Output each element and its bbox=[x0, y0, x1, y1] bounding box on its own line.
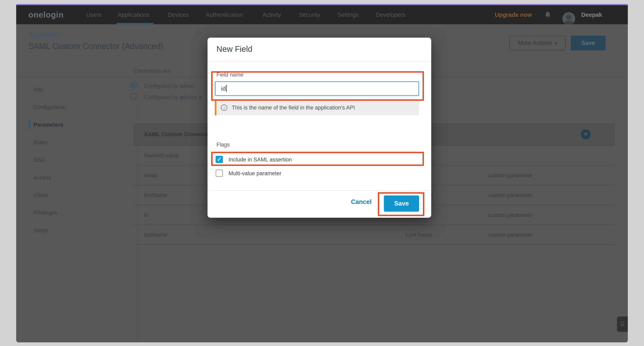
sidebar-item-rules[interactable]: Rules bbox=[16, 134, 121, 151]
nav-item-settings[interactable]: Settings bbox=[337, 5, 358, 24]
more-actions-label: More Actions bbox=[518, 40, 552, 46]
checkbox-include-in-saml-assertion[interactable]: ✓ bbox=[216, 156, 223, 163]
radio-configured-by-admins-and-users[interactable] bbox=[130, 93, 137, 100]
nav-item-developers[interactable]: Developers bbox=[376, 5, 406, 24]
text-cursor bbox=[226, 85, 227, 92]
sidebar-item-label: Access bbox=[34, 175, 51, 181]
lightbulb-icon bbox=[619, 321, 626, 327]
sidebar-item-label: Rules bbox=[34, 139, 48, 146]
modal-footer-divider bbox=[208, 190, 431, 191]
flags-label: Flags bbox=[216, 142, 230, 148]
nav-item-security[interactable]: Security bbox=[299, 5, 320, 24]
info-icon: i bbox=[221, 104, 227, 111]
check-icon: ✓ bbox=[217, 156, 222, 162]
row-value: Last Name bbox=[406, 225, 432, 245]
header-save-button[interactable]: Save bbox=[571, 36, 606, 50]
modal-header-divider bbox=[208, 61, 431, 62]
nav-item-devices[interactable]: Devices bbox=[168, 5, 189, 24]
row-type: custom parameter bbox=[488, 225, 532, 245]
modal-cancel-button[interactable]: Cancel bbox=[347, 198, 376, 208]
add-parameter-button[interactable]: + bbox=[581, 130, 590, 139]
sidebar-item-access[interactable]: Access bbox=[16, 169, 121, 187]
nav-item-activity[interactable]: Activity bbox=[262, 5, 281, 24]
sidebar-item-label: Info bbox=[34, 87, 43, 93]
sidebar-item-setup[interactable]: Setup bbox=[16, 222, 121, 239]
row-type: custom parameter bbox=[488, 166, 532, 185]
checkbox-label-include-in-saml[interactable]: Include in SAML assertion bbox=[228, 157, 292, 163]
avatar-head-shape bbox=[566, 15, 572, 20]
nav-item-applications[interactable]: Applications bbox=[118, 5, 149, 24]
nav-item-users[interactable]: Users bbox=[86, 5, 102, 24]
modal-title: New Field bbox=[216, 45, 252, 54]
notifications-bell-icon[interactable] bbox=[544, 11, 552, 19]
radio-label-configured-by-admins[interactable]: Configured by admins a bbox=[144, 94, 202, 101]
onelogin-logo: onelogin bbox=[28, 5, 64, 24]
app-sidebar: Info Configuration Parameters Rules SSO … bbox=[16, 81, 121, 239]
sidebar-item-sso[interactable]: SSO bbox=[16, 151, 121, 169]
row-field: NameID value bbox=[144, 146, 178, 166]
credentials-label: Credentials are bbox=[134, 68, 170, 74]
table-row-lastname[interactable]: lastName Last Name custom parameter bbox=[134, 225, 615, 245]
field-name-label: Field name bbox=[216, 72, 244, 78]
sidebar-item-label: SSO bbox=[34, 157, 45, 163]
field-name-input[interactable]: id bbox=[215, 81, 419, 96]
active-item-bar bbox=[29, 121, 30, 129]
checkbox-label-multi-value[interactable]: Multi-value parameter bbox=[228, 170, 281, 177]
sidebar-item-configuration[interactable]: Configuration bbox=[16, 99, 121, 116]
sidebar-item-parameters[interactable]: Parameters bbox=[16, 116, 121, 134]
new-field-modal: New Field Field name id i This is the na… bbox=[208, 38, 431, 218]
sidebar-item-label: Configuration bbox=[34, 104, 66, 110]
top-nav: onelogin Users Applications Devices Auth… bbox=[16, 5, 628, 24]
nav-item-authentication[interactable]: Authentication bbox=[206, 5, 243, 24]
sidebar-item-privileges[interactable]: Privileges bbox=[16, 204, 121, 222]
sidebar-item-label: Users bbox=[34, 192, 48, 198]
upgrade-now-link[interactable]: Upgrade now bbox=[495, 5, 532, 24]
sidebar-item-users[interactable]: Users bbox=[16, 187, 121, 204]
user-menu[interactable]: Deepak bbox=[581, 5, 602, 24]
sidebar-item-label: Parameters bbox=[34, 122, 63, 128]
sidebar-item-label: Privileges bbox=[34, 210, 57, 216]
table-header-title: SAML Custom Connecto bbox=[144, 123, 210, 146]
modal-save-button[interactable]: Save bbox=[384, 195, 419, 212]
row-type: custom parameter bbox=[488, 185, 532, 205]
more-actions-button[interactable]: More Actions▾ bbox=[509, 36, 566, 50]
row-type: custom parameter bbox=[488, 205, 532, 225]
breadcrumb[interactable]: Applications / bbox=[29, 32, 62, 38]
row-field: firstName bbox=[144, 185, 168, 205]
radio-label-configured-by-admin[interactable]: Configured by admin bbox=[144, 83, 194, 89]
user-avatar[interactable] bbox=[562, 12, 575, 25]
help-bulb-button[interactable] bbox=[617, 316, 628, 332]
field-name-input-value: id bbox=[221, 85, 226, 92]
radio-configured-by-admin[interactable] bbox=[130, 82, 137, 88]
checkbox-multi-value-parameter[interactable] bbox=[216, 170, 223, 177]
page-title: SAML Custom Connector (Advanced) bbox=[28, 42, 164, 51]
nav-active-underline bbox=[116, 23, 154, 24]
row-field: lastName bbox=[144, 225, 167, 245]
chevron-down-icon: ▾ bbox=[554, 41, 557, 46]
field-name-info-banner: i This is the name of the field in the a… bbox=[215, 100, 419, 115]
row-field: email bbox=[144, 166, 157, 185]
sidebar-item-info[interactable]: Info bbox=[16, 81, 121, 99]
info-text: This is the name of the field in the app… bbox=[232, 100, 355, 115]
sidebar-item-label: Setup bbox=[34, 227, 48, 233]
screenshot-stage: onelogin Users Applications Devices Auth… bbox=[0, 0, 644, 346]
row-field: id bbox=[144, 205, 148, 225]
